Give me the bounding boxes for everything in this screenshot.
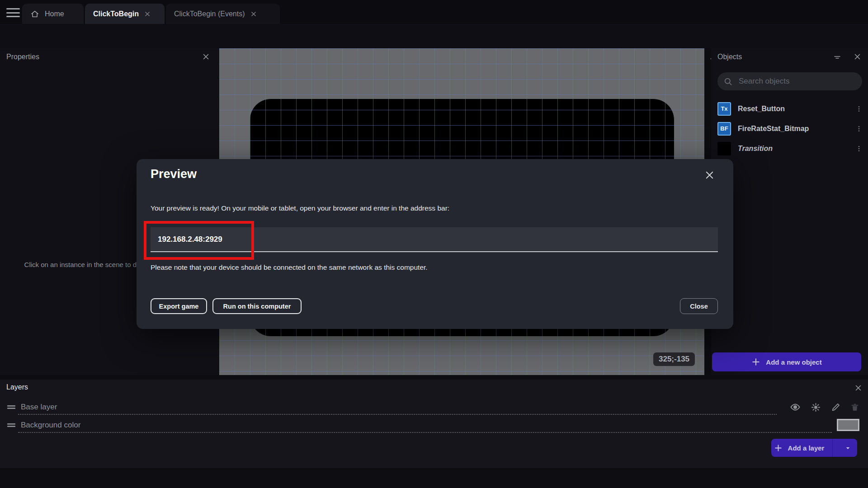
field-underline	[18, 414, 777, 415]
search-icon	[724, 77, 732, 86]
object-name: Reset_Button	[738, 105, 849, 113]
layer-row-background-color: Background color	[0, 418, 868, 433]
kebab-menu-icon[interactable]	[855, 125, 863, 132]
close-icon[interactable]	[250, 11, 257, 17]
run-label: Run on this computer	[223, 303, 291, 310]
home-icon	[30, 9, 39, 19]
layers-title: Layers	[6, 383, 28, 391]
tab-home[interactable]: Home	[22, 4, 84, 24]
network-note: Please note that your device should be c…	[151, 263, 428, 272]
main-menu-icon[interactable]	[6, 7, 20, 18]
close-label: Close	[690, 303, 708, 310]
text-object-icon: Tx	[717, 102, 731, 116]
search-objects-input[interactable]	[738, 76, 856, 86]
plus-icon	[774, 444, 783, 452]
divider	[832, 439, 833, 457]
add-layer-options-button[interactable]	[838, 445, 857, 451]
object-row-reset-button[interactable]: Tx Reset_Button	[711, 99, 868, 118]
layer-row-base: Base layer	[0, 399, 868, 415]
sprite-object-icon	[717, 142, 731, 155]
object-row-fireratestat-bitmap[interactable]: BF FireRateStat_Bitmap	[711, 119, 868, 138]
add-new-object-button[interactable]: Add a new object	[712, 352, 861, 371]
toolbar: Preview Publish	[0, 24, 868, 48]
cursor-coordinates-badge: 325;-135	[653, 352, 695, 366]
chevron-down-icon	[844, 445, 851, 451]
field-underline	[18, 432, 832, 433]
bottom-strip	[0, 468, 868, 488]
tab-bar: Home ClickToBegin ClickToBegin (Events)	[0, 0, 868, 24]
properties-title: Properties	[6, 53, 39, 61]
plus-icon	[751, 357, 760, 366]
close-icon[interactable]	[854, 384, 862, 392]
layer-name-field[interactable]: Background color	[21, 421, 80, 430]
preview-dialog: Preview Your preview is ready! On your m…	[137, 159, 733, 329]
ready-message: Your preview is ready! On your mobile or…	[151, 204, 449, 212]
add-object-label: Add a new object	[766, 358, 821, 366]
close-icon[interactable]	[144, 11, 151, 17]
object-name: FireRateStat_Bitmap	[738, 125, 849, 133]
tab-label: ClickToBegin (Events)	[174, 10, 245, 18]
search-objects-box	[717, 72, 862, 90]
gdevelop-editor: Home ClickToBegin ClickToBegin (Events) …	[0, 0, 868, 488]
tab-label: ClickToBegin	[93, 10, 139, 18]
edit-layer-pencil-icon[interactable]	[830, 401, 842, 413]
dialog-title: Preview	[151, 167, 197, 181]
tab-label: Home	[45, 10, 64, 18]
objects-panel: Objects Tx Reset_Button BF FireRateStat_…	[711, 48, 868, 375]
close-icon[interactable]	[202, 53, 210, 61]
drag-handle-icon[interactable]	[6, 404, 16, 410]
red-annotation-box	[144, 221, 254, 260]
visibility-eye-icon[interactable]	[789, 401, 801, 413]
layers-panel: Layers Base layer Background color	[0, 380, 868, 468]
close-button[interactable]: Close	[680, 298, 718, 314]
run-on-this-computer-button[interactable]: Run on this computer	[212, 298, 302, 314]
object-name: Transition	[738, 145, 849, 153]
kebab-menu-icon[interactable]	[855, 105, 863, 113]
layer-effects-icon[interactable]	[810, 401, 821, 413]
bitmap-text-object-icon: BF	[717, 122, 731, 136]
delete-layer-trash-icon[interactable]	[849, 401, 861, 413]
object-row-transition[interactable]: Transition	[711, 139, 868, 158]
close-icon[interactable]	[704, 170, 715, 180]
tab-events[interactable]: ClickToBegin (Events)	[166, 4, 280, 24]
drag-handle-icon[interactable]	[6, 422, 16, 428]
add-layer-button[interactable]: Add a layer	[771, 439, 857, 457]
objects-title: Objects	[717, 53, 742, 61]
background-color-swatch[interactable]	[837, 419, 859, 431]
filter-icon[interactable]	[833, 54, 841, 62]
layer-name-field[interactable]: Base layer	[21, 403, 57, 412]
export-game-label: Export game	[159, 303, 199, 310]
kebab-menu-icon[interactable]	[855, 145, 863, 152]
tab-scene[interactable]: ClickToBegin	[85, 4, 165, 24]
add-layer-label: Add a layer	[788, 444, 825, 452]
export-game-button[interactable]: Export game	[151, 298, 207, 314]
close-icon[interactable]	[854, 53, 861, 61]
